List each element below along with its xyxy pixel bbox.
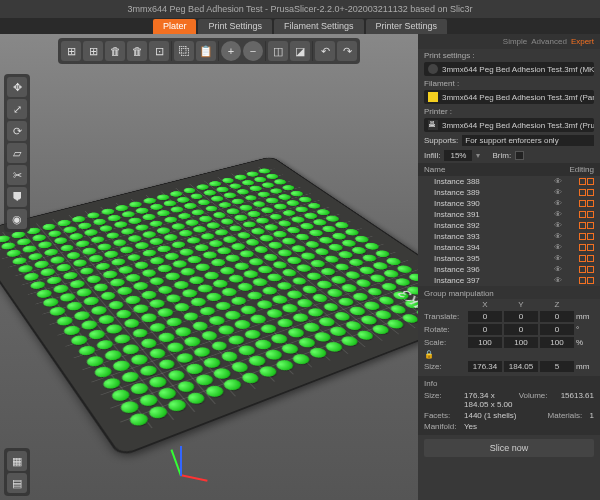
peg-instance[interactable] bbox=[304, 271, 324, 281]
peg-instance[interactable] bbox=[179, 267, 198, 277]
place-face-icon[interactable]: ▱ bbox=[7, 143, 27, 163]
peg-instance[interactable] bbox=[172, 302, 192, 313]
view-preview-icon[interactable]: ▤ bbox=[7, 473, 27, 493]
delete-all-icon[interactable]: 🗑 bbox=[127, 41, 147, 61]
peg-instance[interactable] bbox=[220, 287, 240, 298]
edit-icon[interactable] bbox=[579, 266, 586, 273]
tab-print-settings[interactable]: Print Settings bbox=[198, 19, 272, 34]
peg-instance[interactable] bbox=[270, 294, 290, 305]
peg-instance[interactable] bbox=[191, 345, 213, 358]
visibility-icon[interactable]: 👁 bbox=[554, 221, 566, 230]
peg-instance[interactable] bbox=[361, 300, 382, 311]
peg-instance[interactable] bbox=[94, 338, 115, 351]
peg-instance[interactable] bbox=[285, 327, 306, 339]
peg-instance[interactable] bbox=[390, 290, 411, 301]
peg-instance[interactable] bbox=[82, 296, 101, 307]
peg-instance[interactable] bbox=[117, 265, 136, 275]
peg-instance[interactable] bbox=[181, 311, 201, 323]
peg-instance[interactable] bbox=[188, 297, 208, 308]
peg-instance[interactable] bbox=[339, 283, 359, 294]
edit-icon[interactable] bbox=[587, 277, 594, 284]
peg-instance[interactable] bbox=[41, 297, 60, 308]
peg-instance[interactable] bbox=[275, 281, 295, 292]
peg-instance[interactable] bbox=[343, 320, 365, 332]
peg-instance[interactable] bbox=[106, 299, 126, 310]
peg-instance[interactable] bbox=[85, 274, 104, 284]
peg-instance[interactable] bbox=[263, 348, 285, 361]
peg-instance[interactable] bbox=[400, 313, 418, 325]
peg-instance[interactable] bbox=[285, 289, 305, 300]
edit-icon[interactable] bbox=[587, 189, 594, 196]
peg-instance[interactable] bbox=[393, 277, 413, 287]
scale-z[interactable] bbox=[540, 337, 574, 348]
peg-instance[interactable] bbox=[48, 306, 68, 318]
peg-instance[interactable] bbox=[257, 365, 280, 379]
peg-instance[interactable] bbox=[402, 299, 418, 310]
peg-instance[interactable] bbox=[130, 327, 151, 339]
peg-instance[interactable] bbox=[414, 308, 418, 320]
peg-instance[interactable] bbox=[242, 328, 263, 340]
peg-instance[interactable] bbox=[164, 316, 184, 328]
size-x[interactable] bbox=[468, 361, 502, 372]
view-editor-icon[interactable]: ▦ bbox=[7, 451, 27, 471]
peg-instance[interactable] bbox=[406, 272, 418, 282]
peg-instance[interactable] bbox=[155, 284, 174, 295]
peg-instance[interactable] bbox=[69, 334, 90, 347]
print-settings-select[interactable]: 3mmx644 Peg Bed Adhesion Test.3mf (MK3 Q… bbox=[424, 62, 594, 76]
peg-instance[interactable] bbox=[22, 272, 40, 282]
peg-instance[interactable] bbox=[121, 343, 142, 356]
rotate-x[interactable] bbox=[468, 324, 502, 335]
peg-instance[interactable] bbox=[211, 367, 233, 381]
edit-icon[interactable] bbox=[579, 189, 586, 196]
peg-instance[interactable] bbox=[165, 341, 186, 354]
delete-icon[interactable]: 🗑 bbox=[105, 41, 125, 61]
peg-instance[interactable] bbox=[235, 282, 255, 293]
peg-instance[interactable] bbox=[252, 338, 274, 351]
peg-instance[interactable] bbox=[329, 275, 349, 285]
peg-instance[interactable] bbox=[225, 334, 246, 347]
edit-icon[interactable] bbox=[579, 222, 586, 229]
peg-instance[interactable] bbox=[280, 268, 299, 278]
cut-icon[interactable]: ✂ bbox=[7, 165, 27, 185]
peg-instance[interactable] bbox=[163, 271, 182, 281]
instance-row[interactable]: Instance 392👁 bbox=[418, 220, 600, 231]
peg-instance[interactable] bbox=[182, 335, 203, 348]
edit-icon[interactable] bbox=[587, 244, 594, 251]
peg-instance[interactable] bbox=[147, 347, 168, 360]
peg-instance[interactable] bbox=[119, 370, 141, 384]
peg-instance[interactable] bbox=[321, 301, 342, 312]
peg-instance[interactable] bbox=[246, 354, 268, 368]
peg-instance[interactable] bbox=[226, 274, 245, 284]
peg-instance[interactable] bbox=[274, 359, 297, 373]
peg-instance[interactable] bbox=[258, 323, 279, 335]
peg-instance[interactable] bbox=[114, 308, 134, 320]
peg-instance[interactable] bbox=[381, 269, 401, 279]
split-parts-icon[interactable]: ◪ bbox=[290, 41, 310, 61]
scale-x[interactable] bbox=[468, 337, 502, 348]
peg-instance[interactable] bbox=[239, 371, 262, 385]
peg-instance[interactable] bbox=[307, 347, 329, 360]
peg-instance[interactable] bbox=[101, 269, 120, 279]
redo-icon[interactable]: ↷ bbox=[337, 41, 357, 61]
peg-instance[interactable] bbox=[128, 381, 150, 396]
peg-instance[interactable] bbox=[112, 333, 133, 346]
peg-instance[interactable] bbox=[373, 309, 394, 321]
supports-select[interactable]: For support enforcers only bbox=[462, 135, 594, 146]
peg-instance[interactable] bbox=[156, 357, 178, 371]
arrange-icon[interactable]: ⊡ bbox=[149, 41, 169, 61]
peg-instance[interactable] bbox=[171, 280, 190, 291]
peg-instance[interactable] bbox=[118, 400, 141, 416]
peg-instance[interactable] bbox=[55, 263, 73, 273]
peg-instance[interactable] bbox=[147, 276, 166, 286]
peg-instance[interactable] bbox=[139, 312, 159, 324]
tab-filament-settings[interactable]: Filament Settings bbox=[274, 19, 364, 34]
peg-instance[interactable] bbox=[137, 393, 160, 408]
peg-instance[interactable] bbox=[122, 317, 142, 329]
mode-expert[interactable]: Expert bbox=[571, 37, 594, 46]
peg-instance[interactable] bbox=[209, 339, 230, 352]
split-objects-icon[interactable]: ◫ bbox=[268, 41, 288, 61]
peg-instance[interactable] bbox=[280, 303, 301, 314]
peg-instance[interactable] bbox=[239, 304, 259, 316]
instance-row[interactable]: Instance 396👁 bbox=[418, 264, 600, 275]
peg-instance[interactable] bbox=[310, 293, 330, 304]
